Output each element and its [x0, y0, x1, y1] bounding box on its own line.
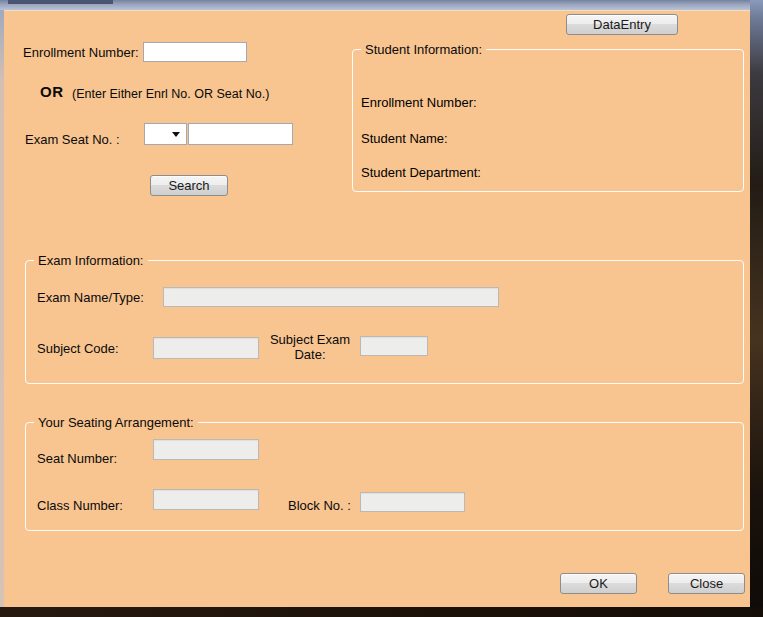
- exam-name-type-field: [163, 287, 499, 307]
- class-number-label: Class Number:: [37, 498, 123, 513]
- chevron-down-icon: [172, 132, 180, 137]
- form-client-area: DataEntry Enrollment Number: OR (Enter E…: [4, 10, 750, 607]
- exam-information-groupbox: Exam Information: Exam Name/Type: Subjec…: [25, 260, 744, 384]
- student-information-groupbox: Student Information: Enrollment Number: …: [352, 49, 744, 192]
- screen: DataEntry Enrollment Number: OR (Enter E…: [0, 0, 763, 617]
- enrollment-number-input[interactable]: [143, 42, 247, 62]
- seat-prefix-dropdown[interactable]: [144, 123, 187, 145]
- or-hint-label: (Enter Either Enrl No. OR Seat No.): [72, 87, 269, 101]
- exam-seat-no-input[interactable]: [188, 123, 293, 145]
- subject-exam-date-label: Subject Exam Date:: [264, 332, 356, 362]
- student-department-label: Student Department:: [361, 165, 481, 180]
- enrollment-number-label: Enrollment Number:: [23, 45, 139, 60]
- seating-arrangement-title: Your Seating Arrangement:: [34, 415, 198, 430]
- background-window-edge: [8, 0, 113, 4]
- subject-code-label: Subject Code:: [37, 341, 119, 356]
- exam-information-title: Exam Information:: [34, 253, 148, 268]
- block-no-field: [360, 492, 465, 512]
- student-information-title: Student Information:: [361, 42, 486, 57]
- close-button[interactable]: Close: [668, 573, 745, 594]
- seat-number-field: [153, 439, 259, 460]
- data-entry-button[interactable]: DataEntry: [566, 14, 678, 35]
- subject-exam-date-field: [360, 336, 428, 356]
- or-label: OR: [40, 83, 64, 100]
- window-frame-top: [0, 0, 763, 10]
- desktop-background-right: [750, 0, 763, 617]
- block-no-label: Block No. :: [288, 498, 351, 513]
- ok-button[interactable]: OK: [560, 573, 637, 594]
- subject-code-field: [153, 337, 259, 359]
- class-number-field: [153, 489, 259, 510]
- search-button[interactable]: Search: [150, 175, 228, 196]
- desktop-background-bottom: [0, 607, 763, 617]
- student-name-label: Student Name:: [361, 131, 448, 146]
- exam-name-type-label: Exam Name/Type:: [37, 290, 144, 305]
- student-enrollment-number-label: Enrollment Number:: [361, 95, 477, 110]
- exam-seat-no-label: Exam Seat No. :: [25, 132, 120, 147]
- seat-number-label: Seat Number:: [37, 451, 117, 466]
- seating-arrangement-groupbox: Your Seating Arrangement: Seat Number: C…: [25, 422, 744, 531]
